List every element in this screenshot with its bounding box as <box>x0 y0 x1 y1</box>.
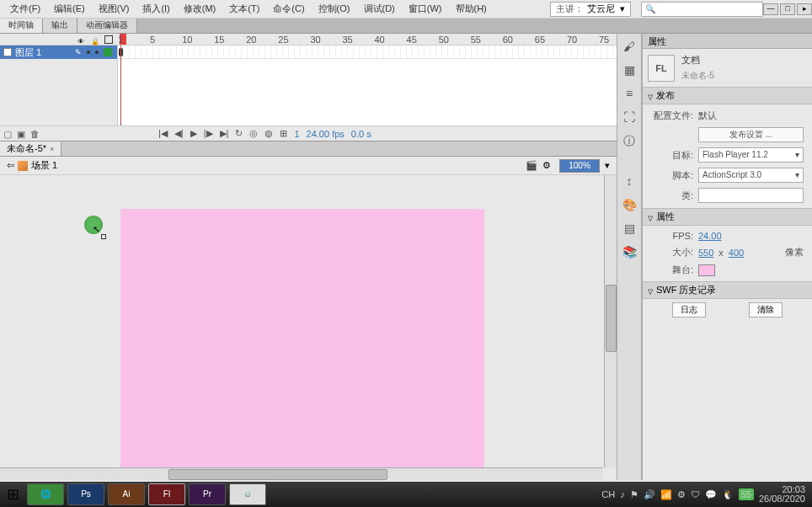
ruler-tick: 10 <box>182 35 211 45</box>
menu-file[interactable]: 文件(F) <box>3 1 47 17</box>
pencil-icon[interactable]: ✎ <box>75 48 82 56</box>
align-panel-icon[interactable]: ≡ <box>622 86 637 101</box>
brush-panel-icon[interactable]: 🖌 <box>622 39 637 54</box>
publish-settings-button[interactable]: 发布设置 ... <box>698 127 804 142</box>
taskbar-app-pr[interactable]: Pr <box>189 483 226 505</box>
expand-button[interactable]: ▸ <box>797 3 812 15</box>
stage-area[interactable]: ↖ <box>0 175 617 480</box>
menu-commands[interactable]: 命令(C) <box>266 1 311 17</box>
restore-button[interactable]: □ <box>780 3 795 15</box>
zoom-dropdown-icon[interactable]: ▾ <box>605 160 610 171</box>
menu-window[interactable]: 窗口(W) <box>402 1 449 17</box>
timeline-footer: ▢ ▣ 🗑 |◀ ◀| ▶ |▶ ▶| ↻ ◎ ◍ ⊞ 1 24.00 fps … <box>0 125 617 141</box>
fps-value[interactable]: 24.00 <box>698 231 722 241</box>
menu-insert[interactable]: 插入(I) <box>136 1 176 17</box>
goto-last-icon[interactable]: ▶| <box>220 128 229 139</box>
log-button[interactable]: 日志 <box>672 302 706 318</box>
tray-icon[interactable]: ♪ <box>620 489 625 499</box>
taskbar-app-browser[interactable]: 🌐 <box>27 483 64 505</box>
taskbar-app-other[interactable]: ☺ <box>229 483 266 505</box>
new-layer-icon[interactable]: ▢ <box>3 129 13 139</box>
properties-section-header[interactable]: 属性 <box>643 208 812 226</box>
doc-name-label: 未命名-5 <box>681 70 714 82</box>
stage-canvas[interactable] <box>120 209 484 475</box>
step-fwd-icon[interactable]: |▶ <box>204 128 213 139</box>
goto-first-icon[interactable]: |◀ <box>158 128 168 139</box>
frame-ruler[interactable]: 1 5 10 15 20 25 30 35 40 45 50 55 60 65 <box>118 34 617 45</box>
stage-width[interactable]: 550 <box>698 248 713 258</box>
layer-name: 图层 1 <box>15 46 41 59</box>
tab-timeline[interactable]: 时间轴 <box>0 19 43 33</box>
edit-scene-icon[interactable]: 🎬 <box>526 160 537 172</box>
delete-layer-icon[interactable]: 🗑 <box>30 129 40 139</box>
layer-row[interactable]: 图层 1 ✎ <box>0 45 117 59</box>
menu-text[interactable]: 文本(T) <box>222 1 266 17</box>
back-arrow-icon[interactable]: ⇦ <box>7 160 14 171</box>
minimize-button[interactable]: — <box>763 3 778 15</box>
close-icon[interactable]: × <box>50 145 54 153</box>
clear-button[interactable]: 清除 <box>749 302 783 318</box>
target-dropdown[interactable]: Flash Player 11.2 <box>698 147 804 163</box>
edit-multiple-icon[interactable]: ⊞ <box>280 128 287 139</box>
tray-icon[interactable]: ⚙ <box>677 489 686 500</box>
class-input[interactable] <box>698 188 804 203</box>
search-box[interactable]: 🔍 <box>641 2 763 17</box>
chevron-down-icon[interactable]: ▾ <box>620 3 625 14</box>
transform-panel-icon[interactable]: ⛶ <box>622 109 637 125</box>
tab-motion-editor[interactable]: 动画编辑器 <box>77 19 137 33</box>
scrollbar-thumb[interactable] <box>168 469 387 480</box>
tray-icon[interactable]: 🔊 <box>644 489 655 500</box>
tray-icon[interactable]: 🛡 <box>691 489 700 499</box>
tray-icon[interactable]: 55 <box>739 488 754 500</box>
tray-icon[interactable]: 💬 <box>705 489 717 500</box>
outline-icon[interactable] <box>104 35 113 44</box>
stage-height[interactable]: 400 <box>729 248 744 258</box>
menu-view[interactable]: 视图(V) <box>92 1 136 17</box>
new-folder-icon[interactable]: ▣ <box>17 129 27 139</box>
step-back-icon[interactable]: ◀| <box>174 128 184 139</box>
taskbar-app-fl[interactable]: Fl <box>148 483 185 505</box>
grid-panel-icon[interactable]: ▦ <box>622 62 637 77</box>
tray-icon[interactable]: 📶 <box>660 489 672 500</box>
onion-skin-icon[interactable]: ◎ <box>249 128 258 139</box>
horizontal-scrollbar[interactable] <box>0 467 603 480</box>
zoom-input[interactable]: 100% <box>559 159 600 173</box>
info-panel-icon[interactable]: ⓘ <box>622 133 637 148</box>
menu-control[interactable]: 控制(O) <box>312 1 357 17</box>
library-panel-icon[interactable]: 📚 <box>622 244 637 259</box>
search-icon: 🔍 <box>645 4 655 13</box>
lock-icon[interactable] <box>91 35 99 44</box>
visibility-icon[interactable] <box>77 35 86 44</box>
history-section-header[interactable]: SWF 历史记录 <box>643 281 812 299</box>
clock[interactable]: 20:03 26/08/2020 <box>759 485 805 504</box>
scrollbar-thumb[interactable] <box>606 285 617 352</box>
arrow-panel-icon[interactable]: ↕ <box>622 173 637 189</box>
color-panel-icon[interactable]: 🎨 <box>622 197 637 212</box>
layer-visible-dot[interactable] <box>87 51 90 54</box>
document-tab[interactable]: 未命名-5* × <box>0 141 61 156</box>
menu-modify[interactable]: 修改(M) <box>177 1 223 17</box>
script-dropdown[interactable]: ActionScript 3.0 <box>698 168 804 183</box>
tray-icon[interactable]: 🐧 <box>722 489 734 500</box>
layer-lock-dot[interactable] <box>95 51 99 54</box>
swatches-panel-icon[interactable]: ▤ <box>622 221 637 236</box>
start-button[interactable]: ⊞ <box>0 482 25 507</box>
menu-debug[interactable]: 调试(D) <box>357 1 402 17</box>
taskbar-app-ps[interactable]: Ps <box>67 483 104 505</box>
onion-outline-icon[interactable]: ◍ <box>264 128 273 139</box>
tab-output[interactable]: 输出 <box>43 19 77 33</box>
layer-type-icon <box>3 48 12 56</box>
menu-edit[interactable]: 编辑(E) <box>47 1 92 17</box>
ime-indicator[interactable]: CH <box>601 489 615 499</box>
publish-section-header[interactable]: 发布 <box>643 87 812 104</box>
stage-color-swatch[interactable] <box>698 264 715 276</box>
taskbar-app-ai[interactable]: Ai <box>108 483 145 505</box>
loop-icon[interactable]: ↻ <box>235 128 243 139</box>
menu-help[interactable]: 帮助(H) <box>449 1 494 17</box>
edit-symbol-icon[interactable]: ⚙ <box>542 160 554 172</box>
layer-outline-swatch[interactable] <box>104 48 112 56</box>
frames-area[interactable] <box>118 45 617 125</box>
play-icon[interactable]: ▶ <box>190 128 197 139</box>
tray-icon[interactable]: ⚑ <box>630 489 638 500</box>
vertical-scrollbar[interactable] <box>604 175 617 467</box>
